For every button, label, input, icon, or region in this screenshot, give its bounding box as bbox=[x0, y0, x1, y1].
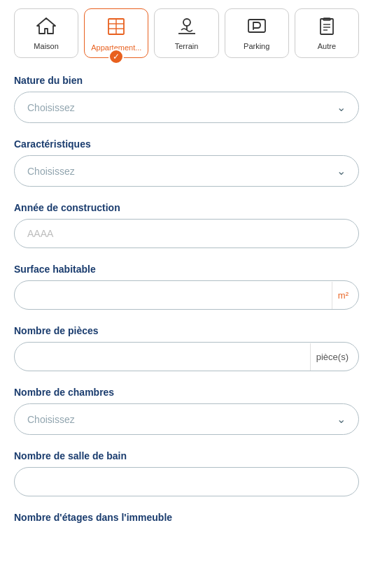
property-card-parking[interactable]: Parking bbox=[225, 8, 289, 58]
property-type-selector: Maison Appartement... ✓ Terrain bbox=[14, 8, 359, 58]
property-card-maison[interactable]: Maison bbox=[14, 8, 78, 58]
nombre-chambres-label: Nombre de chambres bbox=[14, 387, 359, 398]
property-card-maison-label: Maison bbox=[19, 42, 73, 50]
nombre-pieces-input-wrapper: pièce(s) bbox=[14, 342, 359, 371]
selected-check-badge: ✓ bbox=[108, 49, 124, 64]
terrain-icon bbox=[176, 16, 198, 39]
nombre-salle-de-bain-section: Nombre de salle de bain bbox=[14, 450, 359, 496]
nature-du-bien-arrow-icon: ⌄ bbox=[337, 101, 346, 114]
nombre-pieces-section: Nombre de pièces pièce(s) bbox=[14, 325, 359, 371]
property-card-appartement[interactable]: Appartement... ✓ bbox=[84, 8, 148, 58]
property-card-terrain[interactable]: Terrain bbox=[154, 8, 218, 58]
nombre-chambres-placeholder: Choisissez bbox=[27, 414, 75, 425]
surface-habitable-input-wrapper: m² bbox=[14, 280, 359, 310]
caracteristiques-label: Caractéristiques bbox=[14, 138, 359, 150]
nombre-pieces-input[interactable] bbox=[15, 343, 310, 371]
property-card-terrain-label: Terrain bbox=[159, 42, 213, 50]
nombre-salle-de-bain-label: Nombre de salle de bain bbox=[14, 450, 359, 461]
svg-rect-8 bbox=[321, 19, 333, 34]
caracteristiques-arrow-icon: ⌄ bbox=[337, 164, 346, 178]
surface-habitable-input[interactable] bbox=[15, 281, 332, 309]
house-icon bbox=[36, 16, 57, 39]
parking-icon bbox=[246, 16, 267, 39]
property-card-autre-label: Autre bbox=[300, 42, 354, 50]
surface-habitable-label: Surface habitable bbox=[14, 264, 359, 275]
nombre-chambres-section: Nombre de chambres Choisissez ⌄ bbox=[14, 387, 359, 435]
nombre-chambres-arrow-icon: ⌄ bbox=[337, 413, 346, 426]
building-icon bbox=[106, 16, 127, 41]
caracteristiques-section: Caractéristiques Choisissez ⌄ bbox=[14, 138, 359, 187]
svg-rect-7 bbox=[248, 20, 265, 32]
nature-du-bien-placeholder: Choisissez bbox=[27, 102, 75, 113]
property-card-autre[interactable]: Autre bbox=[295, 8, 359, 58]
nombre-pieces-label: Nombre de pièces bbox=[14, 325, 359, 336]
surface-habitable-section: Surface habitable m² bbox=[14, 264, 359, 310]
nature-du-bien-section: Nature du bien Choisissez ⌄ bbox=[14, 75, 359, 123]
nombre-etages-section: Nombre d'étages dans l'immeuble bbox=[14, 512, 359, 523]
property-card-parking-label: Parking bbox=[230, 42, 284, 50]
annee-construction-input[interactable] bbox=[14, 219, 359, 248]
surface-habitable-suffix: m² bbox=[332, 282, 358, 309]
annee-construction-section: Année de construction bbox=[14, 202, 359, 248]
svg-point-4 bbox=[183, 19, 190, 26]
nombre-chambres-dropdown[interactable]: Choisissez ⌄ bbox=[14, 403, 359, 435]
nature-du-bien-label: Nature du bien bbox=[14, 75, 359, 86]
nombre-etages-label: Nombre d'étages dans l'immeuble bbox=[14, 512, 359, 523]
nombre-salle-de-bain-input[interactable] bbox=[14, 467, 359, 496]
annee-construction-label: Année de construction bbox=[14, 202, 359, 213]
other-icon bbox=[316, 16, 337, 39]
nombre-pieces-suffix: pièce(s) bbox=[310, 343, 358, 371]
caracteristiques-dropdown[interactable]: Choisissez ⌄ bbox=[14, 155, 359, 187]
caracteristiques-placeholder: Choisissez bbox=[27, 166, 75, 177]
nature-du-bien-dropdown[interactable]: Choisissez ⌄ bbox=[14, 92, 359, 123]
